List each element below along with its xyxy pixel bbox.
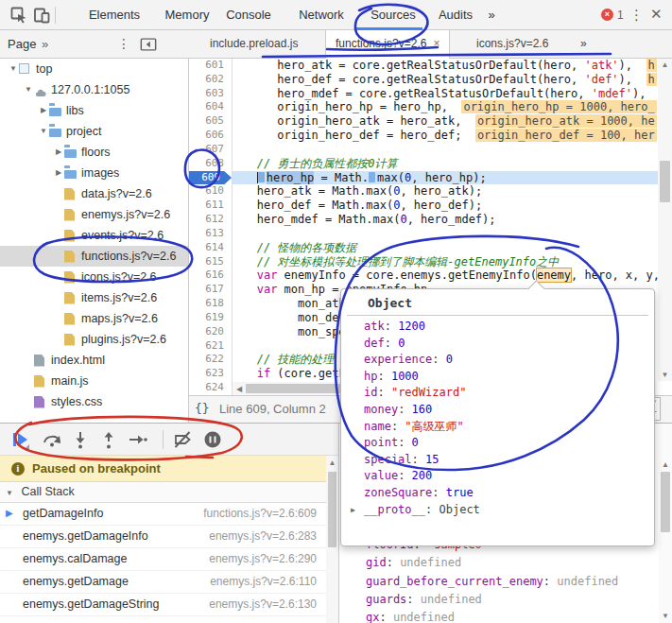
tree-item-items-js-v-2-6[interactable]: items.js?v=2.6: [0, 287, 188, 308]
deactivate-breakpoints-icon[interactable]: [172, 429, 193, 450]
panel-tab-elements[interactable]: Elements: [89, 0, 140, 29]
editor-tab-icons-js-v-2-6[interactable]: icons.js?v=2.6: [467, 30, 558, 58]
panel-tab-network[interactable]: Network: [299, 0, 344, 29]
code-line-603[interactable]: hero_mdef = core.getRealStatusOrDefault(…: [233, 87, 672, 101]
chevron-right-icon[interactable]: ▶: [53, 142, 64, 163]
tree-item-index-html[interactable]: index.html: [0, 350, 188, 371]
line-number[interactable]: 612: [189, 213, 232, 227]
scroll-up-icon[interactable]: ▲: [659, 460, 672, 469]
chevron-down-icon[interactable]: ▼: [23, 79, 34, 100]
resume-script-icon[interactable]: [9, 429, 30, 450]
line-number[interactable]: 614: [189, 241, 232, 255]
editor-tab-functions-js-v-2-6[interactable]: functions.js?v=2.6×: [325, 30, 450, 59]
panel-tab-memory[interactable]: Memory: [165, 0, 210, 29]
step-over-icon[interactable]: [42, 429, 62, 450]
editor-vertical-scrollbar[interactable]: ▲ ▼: [658, 59, 672, 381]
devtools-menu-icon[interactable]: ⋮: [629, 0, 644, 30]
scrollbar-thumb[interactable]: [660, 161, 670, 202]
tree-item-maps-js-v-2-6[interactable]: maps.js?v=2.6: [0, 308, 188, 329]
close-devtools-icon[interactable]: ✕: [650, 0, 663, 30]
line-number[interactable]: 613: [189, 227, 232, 241]
expand-icon[interactable]: ▶: [351, 502, 355, 519]
chevron-right-icon[interactable]: ▶: [38, 100, 49, 121]
line-number[interactable]: 619: [189, 311, 232, 325]
scroll-left-icon[interactable]: ◀: [234, 385, 244, 393]
call-stack-frame[interactable]: enemys.getDamageenemys.js?v=2.6:110: [0, 571, 326, 594]
inspect-element-icon[interactable]: [9, 6, 28, 25]
property-row-__proto__[interactable]: ▶__proto__: Object: [364, 502, 650, 519]
code-line-613[interactable]: [233, 227, 672, 241]
step-into-icon[interactable]: [70, 429, 91, 450]
editor-tab-more[interactable]: »: [571, 30, 596, 58]
code-line-607[interactable]: [233, 143, 672, 157]
tree-item-images[interactable]: ▶images: [0, 163, 188, 183]
code-line-604[interactable]: origin_hero_hp = hero_hp, origin_hero_hp…: [233, 100, 672, 114]
pause-on-exceptions-icon[interactable]: [202, 429, 223, 450]
tree-item-floors[interactable]: ▶floors: [0, 142, 188, 163]
editor-tab-include-preload-js[interactable]: include.preload.js: [200, 30, 307, 58]
code-line-608[interactable]: // 勇士的负属性都按0计算: [233, 157, 672, 171]
panel-tab-[interactable]: »: [488, 0, 494, 29]
tree-item-libs[interactable]: ▶libs: [0, 100, 188, 121]
line-number[interactable]: 611: [189, 199, 232, 213]
code-line-610[interactable]: hero_atk = Math.max(0, hero_atk);: [233, 184, 672, 199]
scroll-down-icon[interactable]: ▼: [659, 612, 672, 620]
tree-item-plugins-js-v-2-6[interactable]: plugins.js?v=2.6: [0, 329, 188, 350]
line-number[interactable]: 602: [189, 73, 232, 87]
line-number-gutter[interactable]: 6016026036046056066076086096106116126136…: [189, 59, 233, 395]
tree-item-styles-css[interactable]: styles.css: [0, 391, 188, 412]
code-line-609[interactable]: hero_hp = Math.max(0, hero_hp);: [233, 171, 672, 185]
line-number[interactable]: 615: [189, 255, 232, 269]
call-stack-frame[interactable]: enemys.getDamageInfoenemys.js?v=2.6:283: [0, 526, 326, 548]
line-number[interactable]: 608: [189, 157, 232, 171]
code-line-614[interactable]: // 怪物的各项数据: [233, 241, 672, 255]
call-stack-section-header[interactable]: ▼ Call Stack: [0, 482, 326, 503]
line-number[interactable]: 618: [189, 297, 232, 311]
tree-item-main-js[interactable]: main.js: [0, 371, 188, 391]
tree-item-enemys-js-v-2-6[interactable]: enemys.js?v=2.6: [0, 204, 188, 225]
tree-item-project[interactable]: ▼project: [0, 121, 188, 142]
line-number[interactable]: 620: [189, 325, 232, 339]
line-number[interactable]: 624: [189, 381, 232, 395]
line-number[interactable]: 603: [189, 87, 232, 101]
scroll-up-icon[interactable]: ▲: [326, 459, 338, 467]
line-number[interactable]: 607: [189, 143, 232, 157]
line-number[interactable]: 623: [189, 367, 232, 381]
navigator-more-tabs-icon[interactable]: »: [42, 30, 48, 58]
pretty-print-button[interactable]: {}: [195, 401, 210, 415]
step-out-icon[interactable]: [98, 429, 119, 450]
line-number[interactable]: 604: [189, 100, 232, 114]
tree-item-icons-js-v-2-6[interactable]: icons.js?v=2.6: [0, 267, 188, 287]
tree-item-data-js-v-2-6[interactable]: data.js?v=2.6: [0, 183, 188, 204]
panel-tab-sources[interactable]: Sources: [370, 0, 416, 29]
close-tab-icon[interactable]: ×: [433, 37, 439, 50]
line-number[interactable]: 606: [189, 129, 232, 143]
tree-item-events-js-v-2-6[interactable]: events.js?v=2.6: [0, 225, 188, 246]
scrollbar-thumb[interactable]: [661, 472, 670, 532]
scroll-up-icon[interactable]: ▲: [658, 61, 672, 69]
tree-item-127-0-0-1-1055[interactable]: ▼127.0.0.1:1055: [0, 79, 188, 100]
call-stack-frame[interactable]: enemys.getDamageStringenemys.js?v=2.6:13…: [0, 594, 326, 616]
code-line-612[interactable]: hero_mdef = Math.max(0, hero_mdef);: [233, 213, 672, 227]
tab-page[interactable]: Page: [8, 30, 36, 58]
tree-item-functions-js-v-2-6[interactable]: functions.js?v=2.6: [0, 246, 188, 267]
panel-tab-audits[interactable]: Audits: [439, 0, 473, 29]
line-number[interactable]: 616: [189, 268, 232, 283]
scroll-down-icon[interactable]: ▼: [658, 371, 672, 379]
line-number[interactable]: 605: [189, 114, 232, 129]
tree-item-top[interactable]: ▼top: [0, 59, 188, 79]
error-count[interactable]: 1: [617, 0, 624, 30]
code-line-601[interactable]: hero_atk = core.getRealStatusOrDefault(h…: [233, 59, 672, 73]
error-badge-icon[interactable]: ×: [601, 9, 613, 21]
line-number[interactable]: 617: [189, 283, 232, 297]
chevron-down-icon[interactable]: ▼: [8, 59, 19, 79]
scope-scrollbar[interactable]: ▲ ▼: [659, 424, 672, 623]
code-line-606[interactable]: origin_hero_def = hero_def; origin_hero_…: [233, 129, 672, 143]
navigator-menu-icon[interactable]: ⋮: [117, 30, 130, 58]
code-line-605[interactable]: origin_hero_atk = hero_atk, origin_hero_…: [233, 114, 672, 129]
step-icon[interactable]: [127, 429, 147, 450]
chevron-down-icon[interactable]: ▼: [38, 121, 49, 142]
code-line-611[interactable]: hero_def = Math.max(0, hero_def);: [233, 199, 672, 213]
code-line-615[interactable]: // 对坐标模拟等处理挪到了脚本编辑-getEnemyInfo之中: [233, 255, 672, 269]
line-number[interactable]: 601: [189, 59, 232, 73]
